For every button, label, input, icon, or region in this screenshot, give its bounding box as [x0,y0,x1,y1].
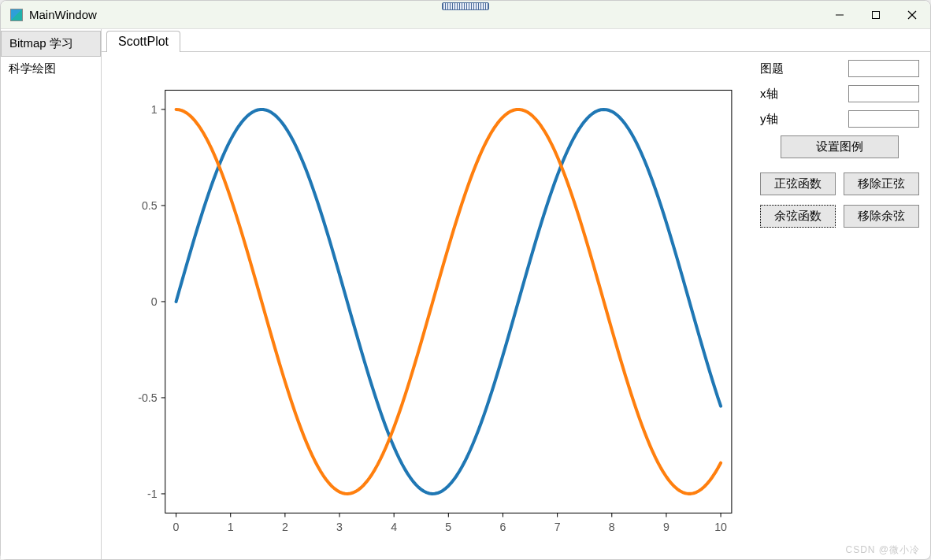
svg-text:0.5: 0.5 [142,199,158,212]
svg-text:6: 6 [500,521,506,533]
svg-text:10: 10 [714,521,727,533]
row-xaxis: x轴 [760,85,919,102]
input-title[interactable] [848,60,919,77]
minimize-button[interactable] [822,1,858,28]
tab-header: ScottPlot [102,29,930,51]
sidebar-item-sciplot[interactable]: 科学绘图 [1,57,101,81]
sidebar: Bitmap 学习 科学绘图 [1,29,102,559]
main-area: ScottPlot 012345678910-1-0.500.51 图题 x轴 [102,29,930,559]
svg-text:1: 1 [228,521,234,533]
svg-text:0: 0 [173,521,180,533]
svg-text:1: 1 [151,103,158,116]
main-window: MainWindow Bitmap 学习 科学绘图 ScottPlot [0,0,931,560]
remove-sin-button[interactable]: 移除正弦 [844,172,919,195]
button-grid: 正弦函数 移除正弦 余弦函数 移除余弦 [760,172,919,228]
svg-text:5: 5 [445,521,451,533]
svg-rect-4 [165,91,732,514]
app-icon [10,9,23,21]
svg-text:0: 0 [151,295,158,308]
tab-scottplot[interactable]: ScottPlot [106,31,180,52]
label-xaxis: x轴 [760,87,778,102]
label-yaxis: y轴 [760,112,778,127]
cos-button[interactable]: 余弦函数 [760,205,836,228]
svg-text:2: 2 [282,521,288,533]
svg-text:-1: -1 [147,488,158,500]
row-yaxis: y轴 [760,110,919,128]
input-xaxis[interactable] [848,85,919,102]
drag-handle-icon[interactable] [442,2,489,10]
row-title: 图题 [760,60,919,77]
watermark: CSDN @微小冷 [845,543,920,557]
legend-button[interactable]: 设置图例 [781,135,899,158]
plot-canvas: 012345678910-1-0.500.51 [108,58,749,553]
label-title: 图题 [760,61,784,76]
titlebar[interactable]: MainWindow [1,1,930,29]
svg-text:3: 3 [336,521,343,533]
svg-text:7: 7 [555,521,561,533]
svg-text:8: 8 [609,521,615,533]
svg-text:4: 4 [391,521,397,533]
svg-text:9: 9 [663,521,670,533]
tab-content: 012345678910-1-0.500.51 图题 x轴 y轴 [102,51,930,559]
close-button[interactable] [894,1,930,28]
window-buttons [822,1,930,28]
control-panel: 图题 x轴 y轴 设置图例 正弦函数 移除正弦 [755,52,930,559]
maximize-button[interactable] [858,1,894,28]
plot-area[interactable]: 012345678910-1-0.500.51 [102,52,755,559]
remove-cos-button[interactable]: 移除余弦 [844,205,919,228]
client-area: Bitmap 学习 科学绘图 ScottPlot 012345678910-1-… [1,29,930,559]
sin-button[interactable]: 正弦函数 [760,172,836,195]
sidebar-item-bitmap[interactable]: Bitmap 学习 [1,31,101,57]
input-yaxis[interactable] [848,110,919,128]
svg-text:-0.5: -0.5 [138,391,158,404]
window-title: MainWindow [29,8,97,21]
svg-rect-1 [873,11,880,18]
